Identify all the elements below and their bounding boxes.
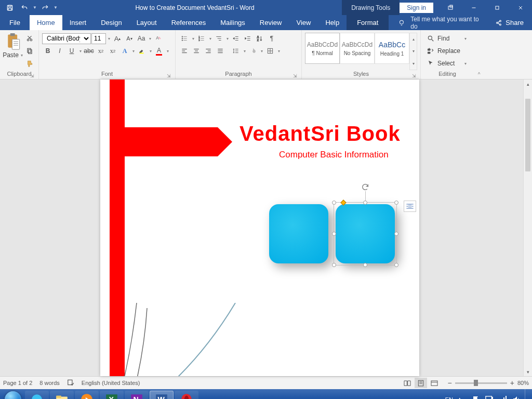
- resize-handle-tr[interactable]: [394, 201, 398, 205]
- taskbar-ie[interactable]: [25, 391, 49, 399]
- align-left-button[interactable]: [179, 45, 190, 57]
- paragraph-launcher[interactable]: ⇲: [292, 72, 298, 78]
- tray-flag-icon[interactable]: [472, 395, 480, 399]
- tray-volume-icon[interactable]: [512, 395, 521, 399]
- font-name-select[interactable]: Calibri (Body): [42, 33, 91, 44]
- styles-scroll-down[interactable]: ▾: [410, 45, 417, 57]
- superscript-button[interactable]: x2: [107, 45, 118, 57]
- rotate-handle[interactable]: [361, 183, 369, 191]
- highlight-button[interactable]: [136, 45, 148, 57]
- maximize-button[interactable]: [485, 0, 509, 15]
- tab-format[interactable]: Format: [347, 15, 389, 30]
- paste-button[interactable]: Paste▾: [3, 32, 24, 59]
- bold-button[interactable]: B: [42, 45, 54, 57]
- vertical-scrollbar[interactable]: ▴ ▾: [523, 79, 532, 376]
- grow-font-button[interactable]: A▴: [112, 33, 123, 44]
- minimize-button[interactable]: [462, 0, 485, 15]
- justify-button[interactable]: [215, 45, 226, 57]
- resize-handle-tl[interactable]: [332, 201, 336, 205]
- undo-icon[interactable]: [18, 2, 31, 14]
- strikethrough-button[interactable]: abc: [83, 45, 95, 57]
- borders-button[interactable]: [264, 45, 276, 57]
- status-words[interactable]: 8 words: [39, 380, 60, 386]
- styles-scroll-up[interactable]: ▴: [410, 33, 417, 45]
- cut-button[interactable]: [24, 33, 35, 44]
- tab-help[interactable]: Help: [318, 15, 347, 30]
- start-button[interactable]: [2, 391, 24, 399]
- tab-mailings[interactable]: Mailings: [213, 15, 252, 30]
- qat-customize[interactable]: ▼: [53, 5, 58, 10]
- styles-launcher[interactable]: ⇲: [411, 72, 417, 78]
- clear-formatting-button[interactable]: A: [153, 33, 164, 44]
- copy-button[interactable]: [24, 45, 35, 57]
- tray-language[interactable]: EN: [445, 396, 453, 399]
- read-mode-button[interactable]: [401, 378, 414, 388]
- spell-check-icon[interactable]: [67, 379, 74, 387]
- tab-review[interactable]: Review: [252, 15, 289, 30]
- tab-file[interactable]: File: [0, 15, 30, 30]
- tray-chevron-icon[interactable]: ▴: [458, 395, 467, 399]
- zoom-out-button[interactable]: −: [448, 379, 452, 387]
- style-normal[interactable]: AaBbCcDd¶ Normal: [305, 33, 340, 64]
- taskbar-explorer[interactable]: [50, 391, 74, 399]
- rounded-rectangle-shape-1[interactable]: [269, 204, 328, 263]
- status-language[interactable]: English (United States): [82, 380, 140, 386]
- tray-network-icon[interactable]: [499, 395, 507, 399]
- zoom-slider[interactable]: [455, 382, 507, 384]
- show-desktop-button[interactable]: [525, 389, 530, 399]
- close-button[interactable]: [509, 0, 532, 15]
- style-heading-1[interactable]: AaBbCcHeading 1: [375, 33, 409, 64]
- multilevel-list-button[interactable]: [213, 33, 224, 44]
- clipboard-launcher[interactable]: ⇲: [29, 72, 35, 78]
- ribbon-display-options-icon[interactable]: [438, 0, 462, 15]
- tab-insert[interactable]: Insert: [62, 15, 94, 30]
- change-case-button[interactable]: Aa: [136, 33, 147, 44]
- styles-expand[interactable]: ▾: [410, 58, 417, 70]
- font-launcher[interactable]: ⇲: [166, 72, 172, 78]
- resize-handle-br[interactable]: [394, 263, 398, 267]
- status-page[interactable]: Page 1 of 2: [3, 380, 32, 386]
- find-button[interactable]: Find▾: [426, 33, 469, 44]
- style-no-spacing[interactable]: AaBbCcDdNo Spacing: [340, 33, 375, 64]
- scroll-thumb[interactable]: [525, 99, 530, 171]
- taskbar-opera[interactable]: [175, 391, 198, 399]
- resize-handle-ml[interactable]: [332, 232, 336, 236]
- tell-me-search[interactable]: Tell me what you want to do: [389, 15, 487, 30]
- sort-button[interactable]: AZ: [254, 33, 265, 44]
- line-spacing-button[interactable]: [230, 45, 242, 57]
- scroll-down-button[interactable]: ▾: [524, 367, 532, 376]
- tab-design[interactable]: Design: [94, 15, 129, 30]
- bullets-button[interactable]: [179, 33, 190, 44]
- tab-layout[interactable]: Layout: [129, 15, 164, 30]
- resize-handle-bl[interactable]: [332, 263, 336, 267]
- subscript-button[interactable]: x2: [95, 45, 107, 57]
- taskbar-excel[interactable]: X: [100, 391, 124, 399]
- document-page[interactable]: VedantSri Book Computer Basic Informatio…: [100, 79, 419, 376]
- save-icon[interactable]: [3, 2, 17, 14]
- font-size-dropdown[interactable]: ▾: [107, 36, 111, 41]
- tab-view[interactable]: View: [289, 15, 318, 30]
- taskbar-onenote[interactable]: N: [125, 391, 149, 399]
- resize-handle-tm[interactable]: [363, 201, 367, 205]
- tab-home[interactable]: Home: [30, 15, 62, 30]
- redo-icon[interactable]: [38, 2, 52, 14]
- undo-dropdown[interactable]: ▼: [32, 5, 37, 10]
- show-marks-button[interactable]: ¶: [266, 33, 277, 44]
- shrink-font-button[interactable]: A▾: [124, 33, 135, 44]
- scroll-up-button[interactable]: ▴: [524, 79, 532, 88]
- taskbar-media-player[interactable]: [75, 391, 99, 399]
- share-button[interactable]: Share: [487, 15, 532, 30]
- decrease-indent-button[interactable]: [230, 33, 242, 44]
- layout-options-button[interactable]: [404, 201, 416, 212]
- shading-button[interactable]: [247, 45, 259, 57]
- collapse-ribbon-button[interactable]: ^: [474, 30, 484, 79]
- font-size-input[interactable]: [91, 33, 106, 44]
- text-effects-button[interactable]: A: [119, 45, 130, 57]
- resize-handle-mr[interactable]: [394, 232, 398, 236]
- zoom-in-button[interactable]: +: [510, 379, 514, 387]
- numbering-button[interactable]: 123: [196, 33, 207, 44]
- align-right-button[interactable]: [203, 45, 214, 57]
- tray-battery-icon[interactable]: [485, 395, 494, 399]
- tab-references[interactable]: References: [164, 15, 213, 30]
- taskbar-word[interactable]: W: [150, 391, 174, 399]
